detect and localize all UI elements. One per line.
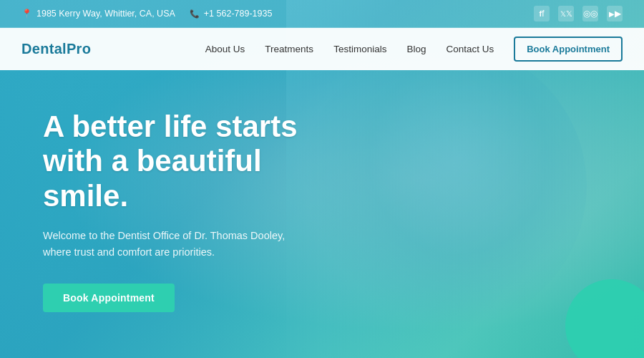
nav-testimonials[interactable]: Testimonials — [333, 44, 386, 54]
pin-icon — [21, 9, 32, 19]
address-info: 1985 Kerry Way, Whittier, CA, USA — [21, 9, 175, 19]
top-bar-left: 1985 Kerry Way, Whittier, CA, USA +1 562… — [21, 9, 272, 19]
address-text: 1985 Kerry Way, Whittier, CA, USA — [36, 9, 175, 19]
nav-blog[interactable]: Blog — [406, 44, 426, 54]
nav-contact[interactable]: Contact Us — [446, 44, 494, 54]
top-bar: 1985 Kerry Way, Whittier, CA, USA +1 562… — [0, 0, 644, 28]
youtube-icon[interactable]: ▶ — [607, 6, 623, 21]
hero-subtitle: Welcome to the Dentist Office of Dr. Tho… — [43, 228, 315, 261]
twitter-icon[interactable]: 𝕏 — [558, 6, 574, 21]
nav-treatments[interactable]: Treatments — [265, 44, 313, 54]
navbar: DentalPro About Us Treatments Testimonia… — [0, 28, 644, 70]
phone-text: +1 562-789-1935 — [204, 9, 273, 19]
phone-info: +1 562-789-1935 — [190, 9, 273, 19]
nav-links: About Us Treatments Testimonials Blog Co… — [205, 37, 623, 62]
hero-content: A better life starts with a beautiful sm… — [0, 70, 372, 341]
social-links: f 𝕏 ◎ ▶ — [534, 6, 623, 21]
phone-icon — [190, 9, 200, 19]
brand-logo[interactable]: DentalPro — [21, 41, 91, 57]
hero-title: A better life starts with a beautiful sm… — [43, 110, 329, 213]
facebook-icon[interactable]: f — [534, 6, 550, 21]
nav-about[interactable]: About Us — [205, 44, 245, 54]
instagram-icon[interactable]: ◎ — [582, 6, 598, 21]
book-appointment-button[interactable]: Book Appointment — [514, 37, 623, 62]
hero-book-button[interactable]: Book Appointment — [43, 284, 175, 312]
